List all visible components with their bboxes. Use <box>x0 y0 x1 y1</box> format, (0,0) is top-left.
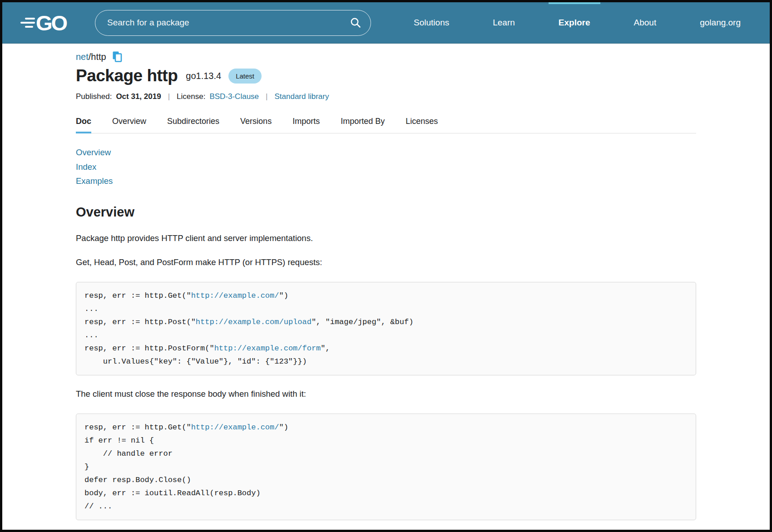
overview-paragraph-1: Package http provides HTTP client and se… <box>76 233 696 244</box>
header-nav: SolutionsLearnExploreAboutgolang.org <box>414 2 753 43</box>
toc-link-examples[interactable]: Examples <box>76 174 696 188</box>
nav-explore[interactable]: Explore <box>559 2 590 43</box>
code-text: ... <box>84 305 99 313</box>
code-text: resp, err := http.PostForm(" <box>84 344 214 353</box>
license-link[interactable]: BSD-3-Clause <box>209 92 259 101</box>
code-text: ") <box>279 291 288 300</box>
nav-solutions[interactable]: Solutions <box>414 2 449 43</box>
tab-bar: DocOverviewSubdirectoriesVersionsImports… <box>76 115 696 133</box>
page-title: Package http <box>76 66 178 85</box>
code-text: if err != nil { <box>84 436 154 445</box>
code-line: resp, err := http.Get("http://example.co… <box>84 289 688 302</box>
nav-about[interactable]: About <box>634 2 657 43</box>
tab-imported-by[interactable]: Imported By <box>341 115 385 133</box>
tab-overview[interactable]: Overview <box>112 115 146 133</box>
code-line: url.Values{"key": {"Value"}, "id": {"123… <box>84 355 688 368</box>
code-line: if err != nil { <box>84 434 688 447</box>
search-box <box>95 10 371 36</box>
code-line: defer resp.Body.Close() <box>84 473 688 487</box>
breadcrumb-path: net/http <box>76 52 106 62</box>
breadcrumb-link-net[interactable]: net <box>76 52 89 62</box>
code-line: body, err := ioutil.ReadAll(resp.Body) <box>84 487 688 500</box>
toc-link-index[interactable]: Index <box>76 160 696 174</box>
code-url-link[interactable]: http://example.com/upload <box>196 318 312 326</box>
meta-separator: | <box>168 92 170 101</box>
license-label: License: <box>177 92 205 101</box>
code-line: resp, err := http.PostForm("http://examp… <box>84 342 688 355</box>
code-text: resp, err := http.Post(" <box>84 318 196 326</box>
overview-heading: Overview <box>76 205 696 220</box>
latest-badge: Latest <box>228 69 262 84</box>
code-line: ... <box>84 329 688 342</box>
main-content: net/http Package http go1.13.4 Latest Pu… <box>76 50 696 520</box>
tab-doc[interactable]: Doc <box>76 115 91 133</box>
go-logo-icon: GO <box>19 9 69 37</box>
title-row: Package http go1.13.4 Latest <box>76 66 696 85</box>
tab-licenses[interactable]: Licenses <box>406 115 438 133</box>
toc-link-overview[interactable]: Overview <box>76 145 696 160</box>
search-icon[interactable] <box>350 17 361 29</box>
code-line: // handle error <box>84 447 688 460</box>
code-text: ", "image/jpeg", &buf) <box>312 318 413 326</box>
code-block-2: resp, err := http.Get("http://example.co… <box>76 414 696 520</box>
copy-icon[interactable] <box>112 50 123 63</box>
meta-separator: | <box>266 92 267 101</box>
code-text: // handle error <box>84 449 173 458</box>
toc: OverviewIndexExamples <box>76 145 696 188</box>
code-url-link[interactable]: http://example.com/form <box>214 344 321 353</box>
nav-learn[interactable]: Learn <box>493 2 515 43</box>
standard-library-link[interactable]: Standard library <box>274 92 329 101</box>
code-url-link[interactable]: http://example.com/ <box>191 291 279 300</box>
code-line: resp, err := http.Get("http://example.co… <box>84 421 688 434</box>
tab-subdirectories[interactable]: Subdirectories <box>167 115 219 133</box>
code-text: url.Values{"key": {"Value"}, "id": {"123… <box>84 357 307 366</box>
tab-versions[interactable]: Versions <box>240 115 272 133</box>
nav-golang-org[interactable]: golang.org <box>700 2 741 43</box>
breadcrumb-current: /http <box>89 52 106 62</box>
tab-imports[interactable]: Imports <box>292 115 320 133</box>
code-text: // ... <box>84 502 112 511</box>
code-text: ", <box>321 344 330 353</box>
overview-paragraph-3: The client must close the response body … <box>76 389 696 399</box>
svg-text:GO: GO <box>36 11 67 35</box>
go-logo[interactable]: GO <box>19 2 69 43</box>
code-line: } <box>84 460 688 473</box>
site-header: GO SolutionsLearnExploreAboutgolang.org <box>2 2 770 44</box>
code-text: ") <box>279 423 288 432</box>
code-line: resp, err := http.Post("http://example.c… <box>84 315 688 329</box>
code-text: ... <box>84 331 99 340</box>
breadcrumb: net/http <box>76 50 696 63</box>
meta-row: Published: Oct 31, 2019 | License: BSD-3… <box>76 92 696 101</box>
code-url-link[interactable]: http://example.com/ <box>191 423 279 432</box>
code-text: } <box>84 463 89 471</box>
published-date: Oct 31, 2019 <box>116 92 161 101</box>
code-text: defer resp.Body.Close() <box>84 476 191 484</box>
code-block-1: resp, err := http.Get("http://example.co… <box>76 282 696 375</box>
search-input[interactable] <box>107 18 350 28</box>
code-text: resp, err := http.Get(" <box>84 291 191 300</box>
version-label: go1.13.4 <box>186 71 221 81</box>
code-line: ... <box>84 302 688 315</box>
code-text: body, err := ioutil.ReadAll(resp.Body) <box>84 489 261 498</box>
code-text: resp, err := http.Get(" <box>84 423 191 432</box>
code-line: // ... <box>84 500 688 513</box>
overview-paragraph-2: Get, Head, Post, and PostForm make HTTP … <box>76 257 696 268</box>
published-label: Published: <box>76 92 112 101</box>
